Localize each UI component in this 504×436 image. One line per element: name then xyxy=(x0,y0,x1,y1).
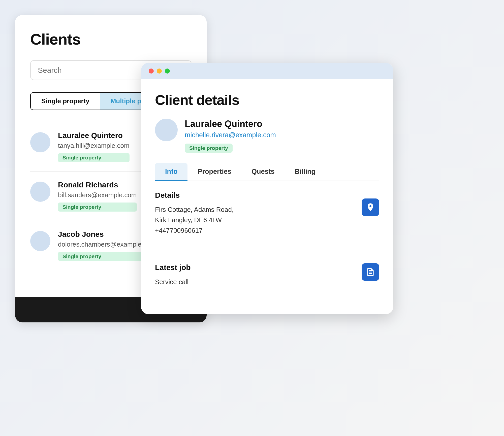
document-icon-button[interactable] xyxy=(362,263,379,281)
detail-client-info: Lauralee Quintero michelle.rivera@exampl… xyxy=(185,119,276,153)
detail-client-badge: Single property xyxy=(185,144,233,153)
client-badge: Single property xyxy=(58,153,130,162)
window-close-dot[interactable] xyxy=(149,69,154,74)
latest-job-section: Latest job Service call xyxy=(155,263,379,301)
detail-client-email[interactable]: michelle.rivera@example.com xyxy=(185,131,276,139)
client-info: Ronald Richards bill.sanders@example.com… xyxy=(58,181,137,212)
tab-single-property[interactable]: Single property xyxy=(31,93,100,110)
navigation-icon xyxy=(366,203,375,212)
client-name: Ronald Richards xyxy=(58,181,137,189)
details-section-label: Details xyxy=(155,191,379,199)
detail-tabs: Info Properties Quests Billing xyxy=(155,163,379,181)
clients-title: Clients xyxy=(30,30,192,48)
window-bar xyxy=(141,63,393,79)
latest-job-value: Service call xyxy=(155,277,379,287)
window-minimize-dot[interactable] xyxy=(157,69,162,74)
address-line2: Kirk Langley, DE6 4LW xyxy=(155,215,379,225)
phone: +447700960617 xyxy=(155,225,379,236)
client-info: Lauralee Quintero tanya.hill@example.com… xyxy=(58,131,130,162)
tab-info[interactable]: Info xyxy=(155,163,187,181)
document-icon xyxy=(366,267,375,277)
tab-properties[interactable]: Properties xyxy=(187,163,241,181)
avatar xyxy=(30,182,50,202)
client-name: Lauralee Quintero xyxy=(58,131,130,140)
tab-billing[interactable]: Billing xyxy=(285,163,326,181)
detail-header: Lauralee Quintero michelle.rivera@exampl… xyxy=(155,119,379,153)
avatar xyxy=(30,231,50,251)
details-section: Details Firs Cottage, Adams Road, Kirk L… xyxy=(155,191,379,254)
latest-job-label: Latest job xyxy=(155,263,379,272)
detail-avatar xyxy=(155,119,178,141)
client-badge: Single property xyxy=(58,203,137,212)
client-email: bill.sanders@example.com xyxy=(58,191,137,199)
window-maximize-dot[interactable] xyxy=(165,69,170,74)
location-icon-button[interactable] xyxy=(362,198,379,216)
address-line1: Firs Cottage, Adams Road, xyxy=(155,205,379,215)
details-address: Firs Cottage, Adams Road, Kirk Langley, … xyxy=(155,205,379,236)
tab-quests[interactable]: Quests xyxy=(241,163,285,181)
details-content: Client details Lauralee Quintero michell… xyxy=(141,79,393,314)
details-card: Client details Lauralee Quintero michell… xyxy=(141,63,393,314)
avatar xyxy=(30,132,50,152)
detail-client-name: Lauralee Quintero xyxy=(185,119,276,129)
client-email: tanya.hill@example.com xyxy=(58,142,130,150)
details-title: Client details xyxy=(155,92,379,108)
